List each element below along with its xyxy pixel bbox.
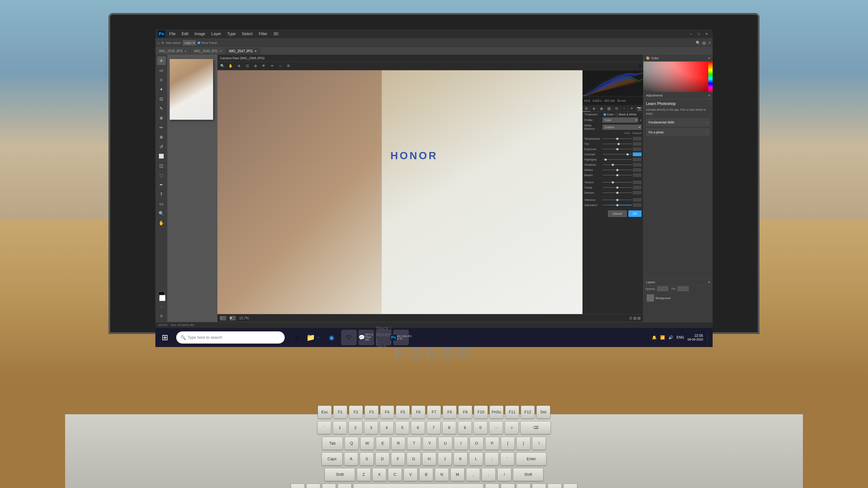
highlights-value[interactable]: -100 (633, 158, 642, 161)
key-x[interactable]: X (372, 468, 386, 481)
key-arrow-right[interactable]: ▶ (563, 484, 577, 488)
cr-crop-btn[interactable]: ⊡ (244, 63, 250, 69)
learn-item-fundamental[interactable]: Fundamental Skills › (646, 118, 710, 126)
background-color[interactable] (159, 295, 165, 301)
key-fn[interactable]: Fn (306, 484, 320, 488)
key-arrow-down[interactable]: ▼ (548, 484, 562, 488)
cr-zoom-btn[interactable]: 🔍 (219, 63, 226, 69)
key-j[interactable]: J (438, 452, 452, 465)
blur-tool[interactable]: ◌ (157, 171, 166, 180)
highlights-handle[interactable] (604, 159, 607, 161)
cr-tab-hsl[interactable]: ◉ (598, 105, 606, 112)
whites-handle[interactable] (616, 169, 618, 171)
temperature-handle[interactable] (616, 138, 618, 140)
saturation-handle[interactable] (616, 204, 618, 206)
key-ctrl-left[interactable]: Ctrl (291, 484, 305, 488)
vibrance-slider[interactable] (602, 199, 632, 200)
ok-button[interactable]: OK (628, 210, 642, 217)
whites-value[interactable]: 0 (633, 168, 642, 172)
key-t[interactable]: T (407, 437, 421, 450)
key-m[interactable]: M (451, 468, 464, 481)
key-caps[interactable]: Caps (321, 452, 342, 465)
key-f6[interactable]: F6 (411, 405, 425, 419)
share-icon[interactable]: ↗ (708, 40, 711, 45)
texture-slider[interactable] (602, 182, 632, 183)
home-icon[interactable]: ⌂ (157, 40, 159, 45)
panel-icon[interactable]: ▤ (702, 40, 706, 45)
key-comma[interactable]: , (466, 468, 480, 481)
cr-adjustments-scroll[interactable]: Treatment: Color (583, 112, 643, 314)
pen-tool[interactable]: ✒ (157, 181, 166, 189)
key-f11[interactable]: F11 (505, 405, 519, 419)
key-z[interactable]: Z (357, 468, 371, 481)
contrast-slider[interactable] (602, 154, 632, 155)
magic-wand-tool[interactable]: ✦ (157, 85, 166, 94)
texture-value[interactable]: -17 (633, 181, 642, 184)
contrast-handle[interactable] (626, 153, 629, 156)
key-4[interactable]: 4 (380, 421, 394, 434)
gradient-tool[interactable]: ◫ (157, 161, 166, 170)
whites-slider[interactable] (602, 170, 632, 170)
key-8[interactable]: 8 (442, 421, 456, 434)
taskbar-volume[interactable]: 🔊 (669, 335, 673, 340)
key-9[interactable]: 9 (458, 421, 472, 434)
shadows-slider[interactable] (602, 164, 632, 165)
key-lbracket[interactable]: [ (501, 437, 515, 450)
key-f1[interactable]: F1 (333, 405, 347, 419)
key-n[interactable]: N (435, 468, 449, 481)
opacity-value[interactable]: 100% (657, 287, 668, 291)
wb-select[interactable]: Custom (602, 125, 642, 130)
taskbar-chrome[interactable]: ◉ (324, 330, 339, 345)
show-transform-checkbox[interactable] (197, 41, 200, 44)
cr-tab-camera[interactable]: 📷 (636, 105, 643, 112)
cr-tab-basic[interactable]: ◇ (583, 105, 590, 112)
auto-select-dropdown[interactable]: Layer (183, 40, 196, 45)
cr-tab-effects[interactable]: ✦ (628, 105, 636, 112)
key-shift-left[interactable]: Shift (324, 468, 355, 481)
key-arrow-left[interactable]: ◀ (517, 484, 530, 488)
key-prtsc[interactable]: PrtSc (490, 405, 503, 419)
cr-tab-lens[interactable]: ○ (620, 105, 628, 112)
panel-menu-icon[interactable]: ≡ (708, 56, 710, 60)
tab-img2547[interactable]: IMG_2547.JPG ✕ (225, 48, 260, 55)
cr-toggle-2[interactable]: ◼ (229, 316, 236, 320)
maximize-button[interactable]: □ (695, 31, 702, 36)
adjustments-menu-icon[interactable]: ≡ (708, 94, 710, 97)
key-alt-right[interactable]: Alt (485, 484, 499, 488)
layers-menu-icon[interactable]: ≡ (708, 281, 710, 284)
cr-view-toggle[interactable]: ⊡ (639, 64, 642, 68)
key-space[interactable] (353, 484, 484, 488)
eyedropper-tool[interactable]: ✎ (157, 104, 166, 113)
key-f2[interactable]: F2 (349, 405, 363, 419)
profile-select[interactable]: Color (602, 118, 638, 123)
key-i[interactable]: I (454, 437, 468, 450)
key-c[interactable]: C (388, 468, 402, 481)
key-0[interactable]: 0 (473, 421, 487, 434)
cr-wb-btn[interactable]: ⊕ (236, 63, 242, 69)
key-semicolon[interactable]: ; (485, 452, 499, 465)
temperature-slider[interactable] (602, 138, 632, 139)
highlights-slider[interactable] (602, 159, 632, 160)
key-2[interactable]: 2 (348, 421, 362, 434)
taskbar-notifications[interactable]: 🔔 (652, 335, 657, 340)
temperature-value[interactable]: 0 (633, 137, 642, 140)
close-button[interactable]: ✕ (703, 31, 710, 36)
search-icon[interactable]: 🔍 (696, 40, 701, 45)
move-icon[interactable]: ✛ (161, 41, 164, 45)
key-3[interactable]: 3 (364, 421, 378, 434)
menu-3d[interactable]: 3D (271, 31, 281, 37)
tab-img2547-close[interactable]: ✕ (254, 50, 257, 53)
key-win[interactable]: Win (322, 484, 336, 488)
eraser-tool[interactable]: ⬜ (157, 152, 166, 161)
key-f8[interactable]: F8 (443, 405, 457, 419)
key-minus[interactable]: - (489, 421, 503, 434)
key-ctrl-right[interactable]: Ctrl (501, 484, 515, 488)
tab-img2535[interactable]: IMG_2535.JPG ✕ (155, 48, 190, 55)
key-f4[interactable]: F4 (380, 405, 394, 419)
key-tab[interactable]: Tab (322, 437, 343, 450)
taskbar-search[interactable]: 🔍 (176, 331, 285, 344)
key-rbracket[interactable]: ] (517, 437, 530, 450)
key-backtick[interactable]: ` (317, 421, 331, 434)
search-input[interactable] (188, 335, 280, 340)
texture-handle[interactable] (612, 181, 614, 184)
